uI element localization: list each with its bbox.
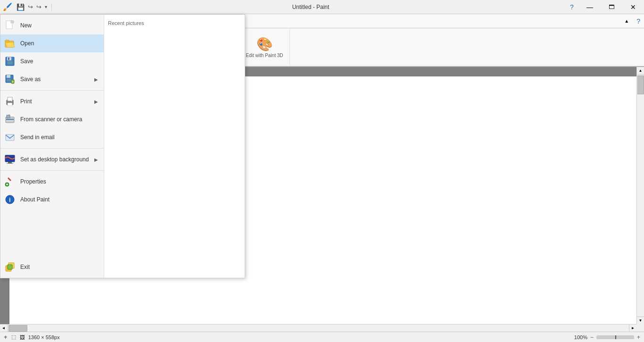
exit-label: Exit	[20, 264, 30, 270]
svg-rect-1	[11, 21, 14, 23]
desktop-icon	[4, 154, 16, 165]
about-icon: i	[4, 194, 16, 205]
menu-item-send-email[interactable]: Send in email	[0, 128, 104, 146]
ribbon-collapse-icon[interactable]: ▲	[620, 14, 633, 28]
title-bar: 🖌️ 💾 ↩ ↪ ▾ Untitled - Paint ? — 🗖 ✕	[0, 0, 644, 14]
print-icon	[4, 96, 16, 107]
dimensions-text: 1360 × 558px	[28, 334, 60, 340]
menu-item-new[interactable]: New	[0, 17, 104, 34]
redo-icon[interactable]: ↪	[35, 2, 42, 11]
quick-access-toolbar: 🖌️ 💾 ↩ ↪ ▾	[0, 2, 57, 12]
edit-paint3d-group: 🎨 Edit with Paint 3D	[239, 28, 290, 66]
scroll-left-button[interactable]: ◄	[0, 325, 8, 332]
open-icon	[4, 38, 16, 49]
svg-rect-18	[7, 115, 10, 118]
dimensions-display: 🖼 1360 × 558px	[20, 334, 60, 340]
scroll-thumb-v[interactable]	[637, 75, 644, 94]
svg-rect-22	[8, 162, 12, 163]
svg-rect-7	[8, 58, 9, 60]
scanner-icon	[4, 114, 16, 125]
scroll-up-button[interactable]: ▲	[637, 67, 644, 75]
add-icon[interactable]: +	[4, 334, 8, 341]
menu-item-save[interactable]: Save	[0, 52, 104, 70]
svg-rect-16	[11, 100, 12, 101]
save-as-arrow: ▶	[94, 77, 98, 82]
status-bar: + ⬚ 🖼 1360 × 558px 100% − +	[0, 332, 644, 342]
exit-icon	[4, 261, 16, 273]
menu-item-open[interactable]: Open	[0, 34, 104, 52]
file-menu-right: Recent pictures	[104, 15, 245, 278]
svg-rect-29	[8, 265, 12, 269]
menu-divider-1	[0, 90, 104, 91]
recent-pictures-title: Recent pictures	[108, 18, 241, 30]
menu-item-exit[interactable]: Exit	[0, 258, 104, 276]
menu-item-from-scanner[interactable]: From scanner or camera	[0, 110, 104, 128]
window-title: Untitled - Paint	[57, 4, 565, 10]
customize-qa-icon[interactable]: ▾	[44, 3, 48, 10]
window-controls: ? — 🗖 ✕	[565, 0, 644, 14]
maximize-button[interactable]: 🗖	[601, 0, 622, 14]
vertical-scrollbar[interactable]: ▲ ▼	[636, 67, 644, 324]
svg-rect-6	[7, 61, 13, 65]
email-icon	[4, 132, 16, 143]
close-button[interactable]: ✕	[622, 0, 644, 14]
print-arrow: ▶	[94, 99, 98, 104]
desktop-label: Set as desktop background	[20, 156, 89, 163]
menu-item-properties[interactable]: Properties	[0, 173, 104, 191]
properties-label: Properties	[20, 178, 46, 185]
menu-item-print[interactable]: Print ▶	[0, 92, 104, 110]
horizontal-scrollbar[interactable]: ◄ ►	[0, 324, 636, 332]
zoom-in-button[interactable]: +	[637, 334, 640, 341]
paint-icon: 🖌️	[3, 2, 12, 11]
about-label: About Paint	[20, 196, 50, 203]
scroll-down-button[interactable]: ▼	[637, 317, 644, 324]
minimize-button[interactable]: —	[579, 0, 601, 14]
svg-rect-23	[7, 163, 13, 164]
save-label: Save	[20, 58, 33, 65]
desktop-arrow: ▶	[94, 157, 98, 162]
save-as-icon: +	[4, 74, 16, 85]
file-menu-left: New Open Save	[0, 15, 104, 278]
svg-rect-20	[6, 134, 14, 141]
save-icon	[4, 56, 16, 67]
file-menu: New Open Save	[0, 14, 245, 278]
email-label: Send in email	[20, 134, 55, 141]
zoom-slider-container[interactable]	[596, 335, 634, 339]
zoom-percentage: 100%	[574, 334, 587, 340]
menu-divider-3	[0, 170, 104, 171]
properties-icon	[4, 176, 16, 187]
scroll-right-button[interactable]: ►	[629, 325, 636, 332]
svg-rect-14	[8, 97, 12, 101]
menu-item-about[interactable]: i About Paint	[0, 191, 104, 209]
svg-rect-19	[6, 119, 14, 120]
svg-rect-3	[5, 40, 9, 42]
edit-paint3d-label: Edit with Paint 3D	[246, 53, 283, 58]
open-label: Open	[20, 40, 34, 47]
ribbon-help-icon[interactable]: ?	[633, 14, 644, 28]
svg-text:i: i	[9, 197, 10, 203]
save-as-label: Save as	[20, 76, 41, 83]
svg-rect-15	[8, 103, 12, 106]
menu-divider-2	[0, 148, 104, 149]
scroll-thumb-h[interactable]	[8, 325, 27, 332]
selection-icon[interactable]: ⬚	[11, 334, 16, 340]
edit-paint3d-button[interactable]: 🎨 Edit with Paint 3D	[243, 34, 286, 60]
zoom-out-button[interactable]: −	[590, 334, 594, 341]
scanner-label: From scanner or camera	[20, 116, 82, 123]
svg-rect-9	[7, 75, 10, 78]
menu-item-set-desktop[interactable]: Set as desktop background ▶	[0, 150, 104, 168]
undo-icon[interactable]: ↩	[27, 2, 34, 11]
save-icon[interactable]: 💾	[16, 2, 25, 12]
svg-rect-10	[7, 79, 11, 82]
print-label: Print	[20, 98, 32, 105]
svg-text:+: +	[12, 80, 14, 83]
qa-separator	[51, 3, 52, 11]
zoom-controls: 100% − +	[574, 334, 640, 341]
new-icon	[4, 20, 16, 31]
help-icon[interactable]: ?	[565, 0, 579, 14]
menu-item-save-as[interactable]: + Save as ▶	[0, 70, 104, 88]
new-label: New	[20, 22, 32, 29]
